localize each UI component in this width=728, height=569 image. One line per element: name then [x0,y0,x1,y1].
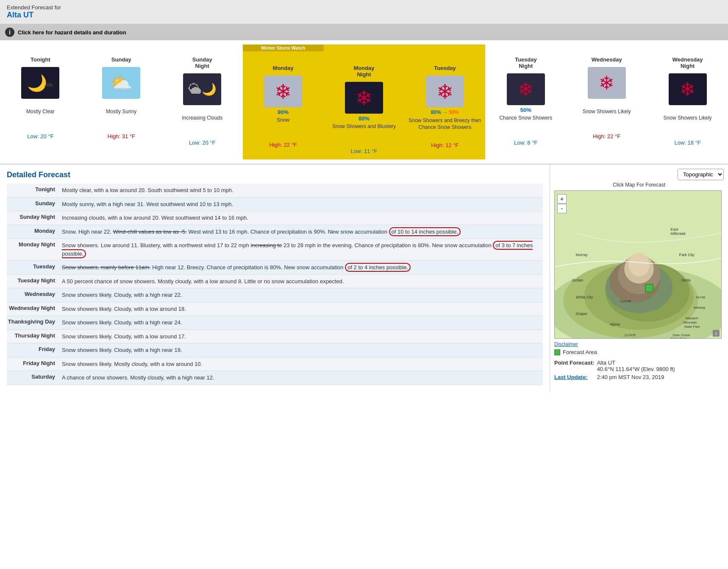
svg-text:White City: White City [576,295,593,299]
detail-row-thanksgiving: Thanksgiving Day Snow showers likely. Cl… [7,316,543,330]
detail-row-wednesday: Wednesday Snow showers likely. Cloudy, w… [7,288,543,302]
point-forecast-section: Point Forecast: Alta UT 40.6°N 111.64°W … [554,359,724,381]
detail-row-friday: Friday Snow showers likely. Cloudy, with… [7,343,543,357]
forecast-col-wednesday: Wednesday ❄ Snow Showers Likely High: 22… [566,45,647,159]
detail-label-friday: Friday [7,346,62,354]
temp-tuesday-night: Low: 8 °F [486,138,565,149]
svg-text:State Park: State Park [684,325,700,329]
forecast-col-tuesday: Tuesday ❄ 80%→50% Snow Showers and Breez… [404,45,485,159]
detail-label-wednesday-night: Wednesday Night [7,305,62,313]
svg-text:Alpine: Alpine [609,322,620,326]
detail-label-monday-night: Monday Night [7,241,62,258]
weather-icon-monday: ❄ [264,75,302,107]
col-header-sunday: Sunday [82,55,161,65]
forecast-area-row: Forecast Area [554,349,724,355]
svg-text:Draper: Draper [576,312,587,316]
point-forecast-value: Alta UT 40.6°N 111.64°W (Elev. 9800 ft) [597,359,678,373]
page-header: Extended Forecast for Alta UT [0,0,728,24]
desc-monday: Snow [245,117,322,138]
svg-text:Jorda: Jorda [681,278,690,282]
forecast-col-monday: Winter Storm Watch Monday ❄ 90% Snow Hig… [243,45,324,159]
detail-row-tonight: Tonight Mostly clear, with a low around … [7,184,543,198]
detail-row-wednesday-night: Wednesday Night Snow showers likely. Clo… [7,302,543,316]
svg-text:11747ft: 11747ft [624,333,636,337]
detail-label-tuesday: Tuesday [7,263,62,272]
desc-wednesday: Snow Showers Likely [568,109,645,130]
detail-row-monday: Monday Snow. High near 22. Wind-chill va… [7,225,543,239]
map-container[interactable]: + - [554,190,722,339]
detail-label-thursday-night: Thursday Night [7,332,62,341]
disclaimer-link[interactable]: Disclaimer [554,341,578,347]
zoom-out-button[interactable]: - [557,204,567,213]
map-controls-row: Topographic Standard Satellite [554,169,724,180]
point-forecast-table: Point Forecast: Alta UT 40.6°N 111.64°W … [554,359,678,381]
col-header-tuesday-night: TuesdayNight [486,55,565,72]
map-type-select[interactable]: Topographic Standard Satellite [678,169,724,180]
last-update-row: Last Update: 2:40 pm MST Nov 23, 2019 [554,373,678,381]
map-section: Topographic Standard Satellite Click Map… [550,165,728,391]
last-update-value: 2:40 pm MST Nov 23, 2019 [597,373,678,381]
svg-text:Park City: Park City [679,253,695,257]
detail-label-friday-night: Friday Night [7,360,62,368]
detail-text-wednesday: Snow showers likely. Cloudy, with a high… [62,291,543,299]
temp-wednesday: High: 22 °F [567,131,646,143]
detail-row-saturday: Saturday A chance of snow showers. Mostl… [7,371,543,385]
detail-text-wednesday-night: Snow showers likely. Cloudy, with a low … [62,305,543,313]
detail-text-friday-night: Snow showers likely. Mostly cloudy, with… [62,360,543,368]
map-disclaimer-row: Disclaimer [554,341,724,347]
detail-label-saturday: Saturday [7,374,62,382]
forecast-col-tuesday-night: TuesdayNight ❄ 50% Chance Snow Showers L… [485,45,566,159]
winter-watch-banner: Winter Storm Watch [243,45,324,51]
forecast-col-tonight: Tonight 🌙☁ Mostly Clear Low: 20 °F [0,45,81,159]
weather-icon-tuesday-night: ❄ [507,73,545,105]
forecast-col-wednesday-night: WednesdayNight ❄ Snow Showers Likely Low… [647,45,728,159]
desc-sunday: Mostly Sunny [83,109,160,130]
precip-sunday [82,100,161,107]
hazard-bar[interactable]: i Click here for hazard details and dura… [0,24,728,40]
detail-text-sunday: Mostly sunny, with a high near 31. West … [62,200,543,209]
svg-text:East: East [671,227,678,232]
detail-label-sunday: Sunday [7,200,62,209]
svg-text:11476ft: 11476ft [620,299,631,303]
map-zoom-controls: + - [557,194,567,213]
svg-text:Mountain: Mountain [683,321,697,324]
extended-label: Extended Forecast for [7,4,721,11]
point-forecast-row: Point Forecast: Alta UT 40.6°N 111.64°W … [554,359,678,373]
precip-wednesday [567,100,646,107]
precip-tuesday-night: 50% [486,107,565,113]
forecast-col-monday-night: MondayNight ❄ 80% Snow Showers and Blust… [324,45,405,159]
svg-text:Jordan: Jordan [572,278,583,282]
precip-monday: 90% [244,109,323,115]
detail-text-tuesday-night: A 50 percent chance of snow showers. Mos… [62,277,543,286]
precip-sunday-night [163,107,242,113]
detail-label-wednesday: Wednesday [7,291,62,299]
precip-wednesday-night [648,107,727,113]
svg-text:Midway: Midway [694,306,705,310]
hazard-text: Click here for hazard details and durati… [18,29,126,36]
temp-tonight: Low: 20 °F [1,131,80,143]
col-header-tonight: Tonight [1,55,80,65]
temp-monday-night: Low: 11 °F [325,146,404,158]
detail-label-thanksgiving: Thanksgiving Day [7,318,62,327]
detail-label-monday: Monday [7,228,62,236]
svg-rect-28 [645,284,653,292]
forecast-grid: Tonight 🌙☁ Mostly Clear Low: 20 °F Sunda… [0,45,728,159]
zoom-in-button[interactable]: + [557,194,567,204]
precip-tuesday: 80%→50% [405,109,484,116]
col-header-sunday-night: SundayNight [163,55,242,72]
desc-tuesday-night: Chance Snow Showers [487,115,564,136]
detail-text-friday: Snow showers likely. Cloudy, with a high… [62,346,543,354]
temp-wednesday-night: Low: 18 °F [648,138,727,149]
weather-icon-tuesday: ❄ [426,75,464,107]
last-update-label: Last Update: [554,373,597,381]
last-update-link[interactable]: Last Update: [554,374,588,380]
info-icon: i [5,28,14,37]
weather-icon-sunday: ⛅ [102,67,140,99]
weather-icon-sunday-night: 🌥🌙 [183,73,221,105]
detail-label-tuesday-night: Tuesday Night [7,277,62,286]
desc-sunday-night: Increasing Clouds [164,115,241,136]
desc-wednesday-night: Snow Showers Likely [649,115,726,136]
detail-row-thursday-night: Thursday Night Snow showers likely. Clou… [7,330,543,344]
detail-text-tuesday: Snow showers, mainly before 11am. High n… [62,263,543,272]
detail-text-monday-night: Snow showers. Low around 11. Blustery, w… [62,241,543,258]
